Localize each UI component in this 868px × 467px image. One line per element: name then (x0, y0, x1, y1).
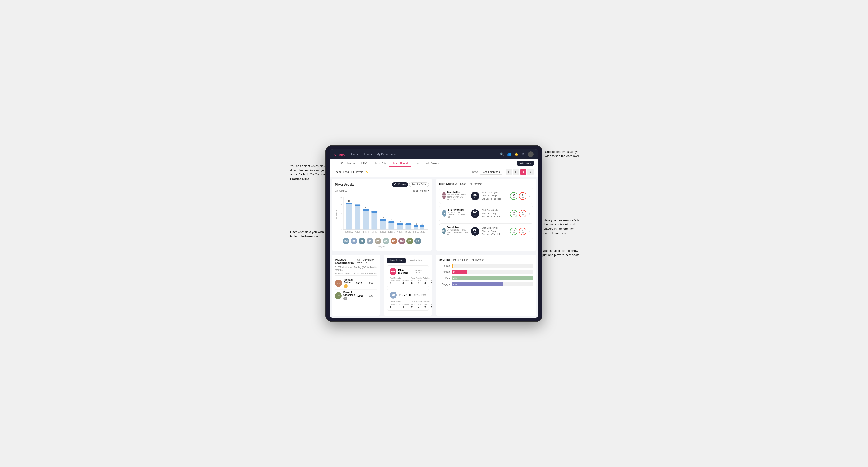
players-filter-dropdown[interactable]: All Players ▾ (470, 183, 483, 185)
nav-teams[interactable]: Teams (364, 153, 372, 156)
lb-row-1: EC Edward Crossman 2 18/20 107 (335, 290, 377, 302)
user-avatar[interactable]: U (528, 151, 533, 157)
view-grid2-button[interactable]: ⊞ (506, 169, 512, 175)
svg-text:B. McHarg: B. McHarg (345, 231, 353, 233)
bell-icon[interactable]: 🔔 (515, 152, 519, 156)
shot-start-0: Start Lie: Rough (482, 194, 508, 198)
shot-player-name-0: Matt Miller (447, 191, 468, 193)
player-avatar-8[interactable]: EC (406, 238, 413, 244)
shot-score-2: 198 (473, 228, 477, 232)
shot-details-0: Shot Dist: 67 yds Start Lie: Rough End L… (482, 191, 508, 201)
show-select[interactable]: Last 3 months ▾ (480, 169, 502, 175)
active-player-card-0: BM Blair McHarg 26 Aug 2023 Total Rounds (387, 266, 429, 287)
view-grid3-button[interactable]: ⊟ (513, 169, 519, 175)
stat-tournament-val-0: 7 (390, 282, 400, 284)
lb-avatar-0: RB (335, 280, 342, 287)
edit-icon[interactable]: ✏️ (365, 170, 368, 174)
view-list-button[interactable]: ≡ (527, 169, 533, 175)
stat-tournament-label-0: Tournament (390, 280, 400, 282)
shot-sg-2: SG (474, 232, 476, 234)
player-avatar-4[interactable]: EE (375, 238, 381, 244)
active-player-card-1: RB Rees Britt 02 Sep 2023 Total Rounds T… (387, 289, 429, 311)
tablet-device: clippd Home Teams My Performance 🔍 👥 🔔 ⊕… (326, 145, 542, 322)
active-stats-1: Total Rounds Tournament 8 Practice (390, 301, 426, 308)
tab-all-players[interactable]: All Players (423, 159, 442, 167)
stat-app-1: APP 0 (418, 303, 422, 308)
player-avatar-1[interactable]: RB (351, 238, 357, 244)
player-avatar-7[interactable]: MM (398, 238, 405, 244)
tab-pga[interactable]: PGA (358, 159, 370, 167)
on-course-button[interactable]: On Course (392, 182, 408, 187)
player-avatar-0[interactable]: BM (343, 238, 349, 244)
svg-text:12: 12 (356, 202, 358, 204)
player-avatar-5[interactable]: GB (382, 238, 389, 244)
tab-least-active[interactable]: Least Active (406, 258, 425, 263)
chart-filter-label: Total Rounds (413, 189, 427, 192)
metric-val-1: 43 (513, 212, 515, 214)
annotation-top-right: Choose the timescale you wish to see the… (545, 150, 580, 158)
lb-drill-select[interactable]: PUTT Must Make Putting ... ▾ (356, 259, 377, 264)
player-avatar-9[interactable]: LR (414, 238, 421, 244)
shot-player-meta-0: 09 Jun 2023 · Royal North Devon GC, Hole… (447, 193, 468, 200)
view-heart-button[interactable]: ♥ (520, 169, 526, 175)
tab-pgat-players[interactable]: PGAT Players (335, 159, 358, 167)
active-practice-block-0: Total Practice Activities GTT 0 APP (411, 277, 432, 284)
scoring-row-birdies: Birdies 96 (439, 270, 533, 274)
svg-text:0: 0 (341, 228, 342, 230)
player-name-row-0: MM Matt Miller 09 Jun 2023 · Royal North… (442, 191, 468, 200)
show-value: Last 3 months (482, 170, 498, 173)
shot-card-2[interactable]: DF David Ford 24 Aug 2023 · Royal North … (439, 223, 533, 239)
shot-metrics-2: 16 yds 0 yds (510, 228, 526, 235)
lb-score-1: 18/20 (355, 294, 366, 297)
tab-most-active[interactable]: Most Active (387, 258, 406, 263)
svg-rect-16 (371, 211, 377, 230)
scoring-players-dropdown[interactable]: All Players ▾ (471, 258, 484, 261)
shot-card-chevron-2[interactable]: › (529, 229, 530, 233)
scoring-label-birdies: Birdies (439, 271, 450, 273)
view-icons: ⊞ ⊟ ♥ ≡ (506, 169, 533, 175)
shots-filter-dropdown[interactable]: All Shots ▾ (456, 183, 466, 185)
shot-player-meta-2: 24 Aug 2023 · Royal North Devon GC, Hole… (447, 229, 468, 236)
shot-badge-2: 198 SG (471, 227, 479, 236)
add-team-button[interactable]: Add Team (517, 161, 533, 165)
svg-rect-11 (354, 205, 361, 206)
scoring-bars: Eagles 3 Birdies (439, 264, 533, 286)
metric-val-0: 67 (513, 194, 515, 196)
metric-remain-0: 0 yds (519, 192, 526, 200)
svg-text:13: 13 (348, 200, 350, 202)
svg-text:9: 9 (374, 208, 375, 210)
metric-unit-r1: yds (522, 214, 524, 216)
lb-player-name-1: Edward Crossman (343, 291, 355, 296)
active-player-name-0: Blair McHarg (398, 269, 413, 274)
svg-text:Total Rounds: Total Rounds (335, 210, 338, 220)
shot-card-chevron-0[interactable]: › (529, 194, 530, 198)
shot-card-0[interactable]: MM Matt Miller 09 Jun 2023 · Royal North… (439, 188, 533, 204)
scoring-filter-dropdown[interactable]: Par 3, 4 & 5s ▾ (453, 258, 468, 261)
metric-remain-2: 0 yds (519, 228, 526, 235)
chart-filter-select[interactable]: Total Rounds ▾ (413, 189, 429, 192)
tab-tour[interactable]: Tour (411, 159, 423, 167)
player-avatar-6[interactable]: RB (391, 238, 397, 244)
player-avatar-2[interactable]: DF (359, 238, 365, 244)
stat-practice-0: Practice 6 (402, 280, 409, 284)
shot-avatar-1: BM (442, 210, 446, 217)
logo: clippd (335, 152, 346, 156)
nav-performance[interactable]: My Performance (377, 153, 398, 156)
metric-unit-0: yds (513, 196, 515, 198)
svg-rect-20 (380, 219, 386, 221)
tab-hcaps[interactable]: Hcaps 1-5 (370, 159, 389, 167)
nav-home[interactable]: Home (351, 153, 359, 156)
users-icon[interactable]: 👥 (507, 152, 511, 156)
search-icon[interactable]: 🔍 (500, 152, 504, 156)
shot-card-chevron-1[interactable]: › (529, 212, 530, 216)
plus-icon[interactable]: ⊕ (522, 152, 525, 156)
scoring-bar-wrap-eagles: 3 (452, 264, 533, 268)
practice-drills-button[interactable]: Practice Drills (409, 182, 429, 187)
player-avatar-3[interactable]: JC (367, 238, 373, 244)
shot-start-1: Start Lie: Rough (482, 212, 508, 215)
lb-rank-badge-1: 2 (343, 297, 347, 301)
tab-team-clippd[interactable]: Team Clippd (390, 159, 411, 167)
shots-filter-label: All Shots (456, 183, 465, 185)
lb-col-pb: PB SCORE (353, 272, 365, 275)
shot-card-1[interactable]: BM Blair McHarg 23 Jul 2023 · Ashridge G… (439, 206, 533, 221)
